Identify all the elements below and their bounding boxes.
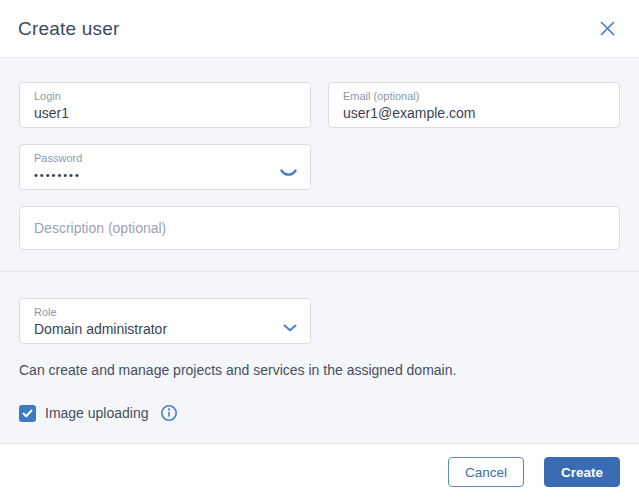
password-row: Password bbox=[19, 144, 620, 190]
section-divider bbox=[0, 271, 639, 272]
description-field[interactable] bbox=[19, 206, 620, 250]
password-label: Password bbox=[34, 151, 298, 165]
login-input[interactable] bbox=[34, 104, 298, 123]
password-visibility-toggle[interactable] bbox=[280, 169, 297, 178]
password-input[interactable] bbox=[34, 166, 298, 185]
check-icon bbox=[22, 409, 33, 418]
login-label: Login bbox=[34, 89, 298, 103]
login-email-row: Login Email (optional) bbox=[19, 82, 620, 128]
info-icon bbox=[160, 404, 178, 422]
eye-closed-icon bbox=[280, 169, 297, 178]
image-uploading-checkbox[interactable] bbox=[19, 405, 36, 422]
image-uploading-info-button[interactable] bbox=[160, 404, 178, 422]
role-value: Domain administrator bbox=[34, 320, 298, 339]
password-field[interactable]: Password bbox=[19, 144, 311, 190]
dialog-header: Create user bbox=[0, 0, 639, 57]
role-select[interactable]: Role Domain administrator bbox=[19, 298, 311, 344]
role-label: Role bbox=[34, 305, 298, 319]
chevron-down-icon bbox=[283, 324, 297, 332]
close-button[interactable] bbox=[596, 18, 618, 40]
description-input[interactable] bbox=[34, 219, 605, 238]
dialog-footer: Cancel Create bbox=[0, 444, 639, 500]
dialog-body: Login Email (optional) Password bbox=[0, 57, 639, 444]
close-icon bbox=[599, 20, 616, 37]
create-user-dialog: Create user Login Email (optional) bbox=[0, 0, 639, 500]
image-uploading-label[interactable]: Image uploading bbox=[45, 405, 149, 421]
role-help-text: Can create and manage projects and servi… bbox=[19, 360, 620, 380]
create-button[interactable]: Create bbox=[544, 457, 620, 487]
email-field[interactable]: Email (optional) bbox=[328, 82, 620, 128]
login-field[interactable]: Login bbox=[19, 82, 311, 128]
image-uploading-row: Image uploading bbox=[19, 404, 620, 422]
email-input[interactable] bbox=[343, 104, 607, 123]
email-label: Email (optional) bbox=[343, 89, 607, 103]
cancel-button[interactable]: Cancel bbox=[448, 457, 524, 487]
dialog-title: Create user bbox=[18, 18, 119, 40]
